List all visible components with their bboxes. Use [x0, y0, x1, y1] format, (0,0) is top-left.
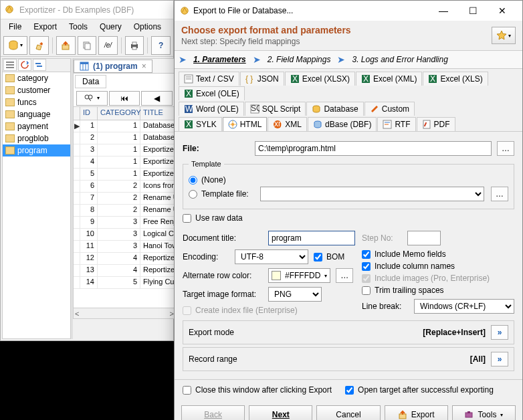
record-range-expand[interactable]: »	[491, 352, 508, 366]
format-tab-excel-ole-[interactable]: XExcel (OLE)	[179, 86, 245, 100]
trim-trailing-checkbox[interactable]	[362, 286, 371, 295]
grid-nav-first[interactable]: ⏮	[109, 91, 140, 106]
table-row[interactable]: 21Database T	[74, 132, 175, 144]
step-field-mappings[interactable]: 2. Field Mappings	[264, 54, 335, 66]
format-tab-html[interactable]: HTML	[223, 117, 268, 131]
tree-item-funcs[interactable]: funcs	[3, 96, 70, 108]
grid-col-title[interactable]: TITLE	[140, 107, 175, 120]
close-icon[interactable]: ×	[142, 62, 146, 71]
template-none-radio[interactable]	[189, 176, 197, 185]
include-memo-checkbox[interactable]	[362, 250, 371, 259]
tree-item-category[interactable]: category	[3, 72, 70, 84]
cancel-button[interactable]: Cancel	[316, 405, 380, 420]
tb-print[interactable]	[125, 36, 144, 55]
tree-item-payment[interactable]: payment	[3, 120, 70, 132]
svg-rect-9	[6, 64, 14, 66]
grid-search-btn[interactable]: ▾	[76, 91, 108, 106]
tb-export[interactable]	[56, 36, 76, 55]
bom-checkbox[interactable]	[314, 253, 322, 261]
table-row[interactable]: 82Rename Us	[74, 205, 175, 217]
file-browse-button[interactable]: …	[497, 141, 514, 156]
format-tab-sql-script[interactable]: SQLSQL Script	[245, 102, 306, 116]
grid-col-category[interactable]: CATEGORY	[98, 107, 140, 120]
table-row[interactable]: 145Flying Cub	[74, 277, 175, 289]
format-tab-xml[interactable]: xmlXML	[268, 117, 307, 131]
menu-file[interactable]: File	[3, 21, 27, 33]
close-button[interactable]: ✕	[488, 1, 517, 20]
table-row[interactable]: 93Free Renju	[74, 217, 175, 229]
menu-options[interactable]: Options	[128, 21, 167, 33]
table-row[interactable]: 41Exportizer	[74, 156, 175, 169]
file-input[interactable]	[255, 141, 492, 156]
next-button[interactable]: Next	[249, 405, 312, 420]
open-target-label: Open target after successful exporting	[358, 385, 494, 395]
back-button[interactable]: Back	[181, 405, 245, 420]
svg-text:X: X	[292, 74, 298, 84]
tree-item-label: payment	[17, 122, 48, 131]
tb-replace[interactable]: /e/	[98, 36, 118, 55]
tree-item-program[interactable]: program	[3, 144, 70, 156]
format-tab-database[interactable]: Database	[306, 102, 363, 116]
table-row[interactable]: 72Rename Us	[74, 193, 175, 205]
template-file-radio[interactable]	[189, 190, 197, 199]
format-tab-json[interactable]: { }JSON	[240, 72, 284, 86]
format-tab-text-csv[interactable]: Text / CSV	[179, 72, 239, 86]
format-tab-pdf[interactable]: PDF	[417, 117, 455, 131]
format-tab-rtf[interactable]: RTF	[377, 117, 415, 131]
tb-edit[interactable]	[29, 36, 49, 55]
format-tab-sylk[interactable]: XSYLK	[179, 117, 222, 131]
linebreak-select[interactable]: Windows (CR+LF)	[414, 299, 514, 314]
table-row[interactable]: 31Exportizer	[74, 144, 175, 156]
tree-tab-filter[interactable]	[33, 59, 46, 71]
format-tab-custom[interactable]: Custom	[364, 102, 415, 116]
template-file-select[interactable]	[260, 187, 484, 201]
altrow-browse-button[interactable]: …	[336, 268, 353, 283]
tools-button[interactable]: Tools▾	[452, 405, 516, 420]
tree-item-progblob[interactable]: progblob	[3, 132, 70, 144]
tree-item-customer[interactable]: customer	[3, 84, 70, 96]
table-row[interactable]: 103Logical Cro	[74, 229, 175, 241]
format-tab-word-ole-[interactable]: WWord (OLE)	[179, 102, 244, 116]
grid-hscroll[interactable]: <>	[74, 308, 175, 318]
format-tab-dbase-dbf-[interactable]: dBase (DBF)	[308, 117, 377, 131]
template-browse-button[interactable]: …	[491, 187, 508, 201]
grid-col-id[interactable]: ID	[80, 107, 98, 120]
format-tab-excel-xml-[interactable]: XExcel (XML)	[356, 72, 422, 86]
target-img-select[interactable]: PNG	[268, 287, 322, 302]
encoding-select[interactable]: UTF-8	[235, 249, 308, 264]
doc-title-input[interactable]	[268, 231, 355, 245]
tree-tab-refresh[interactable]	[18, 59, 31, 71]
grid-tab[interactable]: (1) program ×	[74, 60, 152, 73]
menu-export[interactable]: Export	[28, 21, 62, 33]
table-row[interactable]: 134Reportizer	[74, 265, 175, 277]
maximize-button[interactable]: ☐	[458, 1, 488, 20]
export-button[interactable]: Export	[385, 405, 448, 420]
grid-nav-prev[interactable]: ◀	[141, 91, 173, 106]
include-cols-checkbox[interactable]	[362, 262, 371, 271]
tree-item-language[interactable]: language	[3, 108, 70, 120]
table-row[interactable]: 124Reportizer	[74, 253, 175, 265]
table-row[interactable]: 51Exportizer	[74, 169, 175, 181]
favorite-button[interactable]: ▾	[492, 27, 516, 44]
tb-copy[interactable]	[78, 36, 97, 55]
folder-icon	[5, 98, 15, 106]
export-mode-expand[interactable]: »	[491, 325, 508, 340]
tree-tab-list[interactable]	[3, 59, 17, 71]
minimize-button[interactable]: —	[429, 1, 458, 20]
step-logs[interactable]: 3. Logs and Error Handling	[348, 54, 451, 66]
menu-query[interactable]: Query	[94, 21, 127, 33]
table-row[interactable]: 62Icons from	[74, 181, 175, 193]
table-row[interactable]: ▶11Database T	[74, 120, 175, 132]
step-parameters[interactable]: 1. Parameters	[189, 54, 250, 66]
close-after-checkbox[interactable]	[183, 386, 191, 395]
open-target-checkbox[interactable]	[345, 386, 354, 395]
format-tab-excel-xlsx-[interactable]: XExcel (XLSX)	[285, 72, 355, 86]
tb-database[interactable]: ▾	[3, 36, 27, 55]
tree-item-label: program	[17, 146, 47, 155]
bottom-options: Close this window after clicking Export …	[175, 379, 522, 400]
format-tab-excel-xls-[interactable]: XExcel (XLS)	[423, 72, 488, 86]
use-raw-checkbox[interactable]	[183, 214, 191, 223]
menu-tools[interactable]: Tools	[64, 21, 93, 33]
table-row[interactable]: 113Hanoi Towe	[74, 241, 175, 253]
tb-help[interactable]: ?	[151, 36, 171, 55]
